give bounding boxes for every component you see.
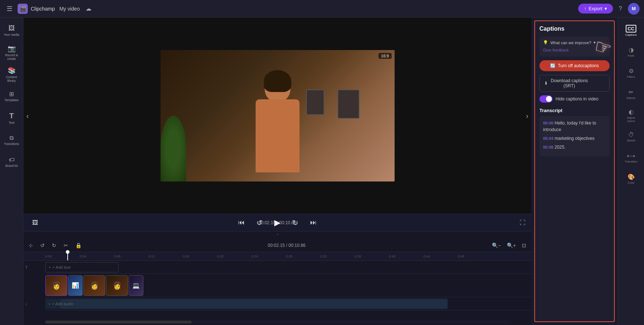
right-tool-filters[interactable]: ⚙ Filters bbox=[620, 63, 642, 83]
playhead-handle[interactable] bbox=[66, 250, 69, 254]
video-clip-3[interactable]: 👩 bbox=[83, 275, 105, 296]
main-layout: 🖼 Your media 📷 Record &create 📚 Contentl… bbox=[0, 18, 644, 325]
hide-captions-toggle[interactable] bbox=[539, 95, 553, 103]
skip-forward-button[interactable]: ⏭ bbox=[307, 217, 320, 228]
zoom-out-button[interactable]: 🔍− bbox=[490, 241, 503, 249]
add-audio-plus-icon: + bbox=[48, 302, 50, 306]
right-tool-speed[interactable]: ⏱ Speed bbox=[620, 126, 642, 147]
text-icon: T bbox=[9, 112, 14, 120]
zoom-in-button[interactable]: 🔍+ bbox=[505, 241, 518, 249]
turn-off-icon: 🔄 bbox=[550, 63, 556, 68]
add-text-button[interactable]: + + Add text bbox=[45, 262, 118, 272]
feedback-header[interactable]: 💡 What can we improve? ▾ bbox=[543, 40, 606, 45]
sidebar-item-your-media[interactable]: 🖼 Your media bbox=[1, 20, 22, 41]
next-clip-arrow[interactable]: › bbox=[526, 111, 528, 120]
pointer-tool-button[interactable]: ⊹ bbox=[26, 241, 35, 249]
transcript-line-1[interactable]: 00:00 Hello, today I'd like to introduce bbox=[543, 120, 606, 133]
right-tool-color[interactable]: 🎨 Color bbox=[620, 169, 642, 189]
sidebar-item-content-library[interactable]: 📚 Contentlibrary bbox=[1, 64, 22, 85]
content-library-icon: 📚 bbox=[8, 66, 16, 74]
sidebar-item-text[interactable]: T Text bbox=[1, 108, 22, 129]
text-track-label: T bbox=[25, 265, 28, 269]
fullscreen-button[interactable]: ⛶ bbox=[520, 219, 526, 226]
ruler-mark: 0:44 bbox=[423, 255, 458, 258]
timecode-display: 00:02.15 / 00:10.86 bbox=[259, 220, 296, 225]
video-clip-2[interactable]: 📊 bbox=[68, 275, 83, 296]
ruler-mark: 0:36 bbox=[355, 255, 389, 258]
video-clip-5[interactable]: 💻 bbox=[129, 275, 143, 296]
hide-captions-label: Hide captions in video bbox=[556, 96, 598, 102]
redo-button[interactable]: ↻ bbox=[50, 241, 59, 249]
hide-captions-row: Hide captions in video bbox=[539, 95, 610, 103]
video-clips-container: 👩 📊 👩 👩 💻 bbox=[45, 275, 143, 296]
ruler-mark: 0:32 bbox=[320, 255, 355, 258]
transport-bar: 🖼 ⏮ ↺ ▶ ↻ ⏭ 00:02.15 / 00:10.86 ⛶ bbox=[23, 214, 531, 231]
prev-clip-arrow[interactable]: ‹ bbox=[26, 111, 29, 120]
timeline-tracks: T + + Add text 👩 📊 bbox=[23, 261, 531, 319]
menu-button[interactable]: ☰ bbox=[4, 4, 15, 14]
sidebar-item-templates[interactable]: ⊞ Templates bbox=[1, 86, 22, 107]
ruler-mark: 0:40 bbox=[389, 255, 423, 258]
video-title[interactable]: My video bbox=[59, 6, 80, 12]
transcript-line-2[interactable]: 00:04 marketing objectives bbox=[543, 135, 606, 142]
transcript-line-3[interactable]: 00:08 2025. bbox=[543, 144, 606, 150]
right-tool-fade[interactable]: ◑ Fade bbox=[620, 42, 642, 62]
color-tool-icon: 🎨 bbox=[628, 173, 635, 180]
video-thumbnail-toggle-button[interactable]: 🖼 bbox=[29, 218, 41, 228]
video-canvas[interactable]: 16:9 bbox=[161, 50, 395, 181]
right-tool-transition[interactable]: ⟷ Transition bbox=[620, 148, 642, 168]
cut-button[interactable]: ✂ bbox=[61, 241, 70, 249]
video-clip-1[interactable]: 👩 bbox=[45, 275, 67, 296]
app-logo[interactable]: ☰ 🎬 Clipchamp bbox=[4, 4, 55, 14]
text-track-icon: T bbox=[25, 265, 28, 269]
collapse-icon: ⌃ bbox=[276, 233, 279, 237]
avatar[interactable]: M bbox=[628, 3, 640, 15]
brand-kit-icon: 🏷 bbox=[9, 157, 15, 163]
sidebar-item-transitions[interactable]: ⧉ Transitions bbox=[1, 130, 22, 150]
turn-off-label: Turn off autocaptions bbox=[558, 63, 599, 68]
ruler-mark: 0:12 bbox=[148, 255, 183, 258]
video-preview: ‹ bbox=[23, 18, 531, 214]
feedback-caret-icon: ▾ bbox=[594, 40, 596, 45]
transcript-time-1: 00:00 bbox=[543, 121, 553, 125]
timeline-area: ⌃ ⊹ ↺ ↻ ✂ 🔒 00:02.15 / 00:10.86 🔍− 🔍+ ⊡ bbox=[23, 231, 531, 325]
timeline-collapse-button[interactable]: ⌃ bbox=[23, 232, 531, 239]
download-captions-button[interactable]: ⬇ Download captions (SRT) bbox=[539, 75, 610, 92]
turn-off-autocaptions-button[interactable]: 🔄 Turn off autocaptions bbox=[539, 60, 610, 71]
playhead[interactable] bbox=[67, 252, 68, 260]
video-clip-4[interactable]: 👩 bbox=[106, 275, 128, 296]
right-tool-effects[interactable]: ✏ Effects bbox=[620, 84, 642, 104]
skip-back-button[interactable]: ⏮ bbox=[235, 217, 248, 228]
center-area: ‹ bbox=[23, 18, 531, 325]
timeline-timecode: 00:02.15 / 00:10.86 bbox=[87, 243, 487, 248]
topbar: ☰ 🎬 Clipchamp My video ☁ ↑ Export ▾ ? M bbox=[0, 0, 644, 18]
captions-panel-title: Captions bbox=[539, 26, 610, 32]
help-button[interactable]: ? bbox=[617, 4, 624, 14]
right-tool-captions[interactable]: CC Captions bbox=[620, 20, 642, 41]
timeline-scrollbar[interactable] bbox=[45, 321, 509, 324]
ruler-mark: 0:16 bbox=[183, 255, 217, 258]
auto-save-icon[interactable]: ☁ bbox=[84, 4, 93, 14]
export-arrow-icon: ▾ bbox=[605, 6, 607, 11]
undo-button[interactable]: ↺ bbox=[38, 241, 47, 249]
add-text-plus-icon: + bbox=[49, 265, 51, 269]
ruler-marks: 0:00 0:04 0:08 0:12 0:16 0:20 0:24 0:28 … bbox=[45, 255, 509, 258]
sidebar-item-brand-kit[interactable]: 🏷 Brand kit bbox=[1, 152, 22, 172]
clipchamp-icon: 🎬 bbox=[18, 4, 28, 14]
ruler-mark: 0:48 bbox=[458, 255, 492, 258]
timeline-scrollbar-thumb[interactable] bbox=[45, 321, 192, 324]
lock-button[interactable]: 🔒 bbox=[73, 241, 84, 249]
app-name: Clipchamp bbox=[31, 6, 55, 12]
transcript-text-3: 2025. bbox=[554, 145, 565, 150]
give-feedback-link[interactable]: Give feedback bbox=[543, 48, 569, 52]
right-tool-adjust-colors[interactable]: ◐ Adjustcolors bbox=[620, 105, 642, 126]
transcript-time-2: 00:04 bbox=[543, 136, 553, 141]
export-icon: ↑ bbox=[584, 6, 587, 11]
sidebar-item-record-create[interactable]: 📷 Record &create bbox=[1, 42, 22, 63]
export-button[interactable]: ↑ Export ▾ bbox=[578, 4, 613, 14]
record-create-icon: 📷 bbox=[8, 45, 16, 53]
fit-timeline-button[interactable]: ⊡ bbox=[520, 241, 528, 249]
video-background bbox=[161, 50, 395, 181]
transcript-box: 00:00 Hello, today I'd like to introduce… bbox=[539, 116, 610, 156]
add-audio-button[interactable]: + + Add audio bbox=[45, 299, 448, 309]
